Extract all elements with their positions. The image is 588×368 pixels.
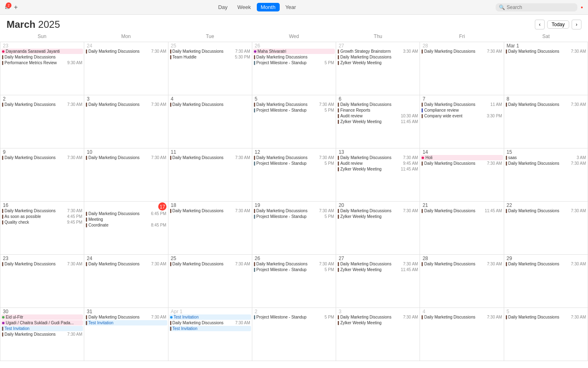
cal-cell-week3-day5[interactable]: 21Daily Marketing Discussions11:45 AM (420, 202, 504, 255)
event-4-3-1[interactable]: Project Milestone - Standup5 PM (253, 267, 335, 272)
event-1-5-1[interactable]: Compliance review (421, 108, 503, 113)
cal-cell-week4-day5[interactable]: 28Daily Marketing Discussions7:30 AM (420, 255, 504, 308)
event-0-4-1[interactable]: Daily Marketing Discussions (337, 54, 419, 60)
cal-cell-week5-day3[interactable]: 2Project Milestone - Standup5 PM (252, 308, 336, 361)
event-3-4-0[interactable]: Daily Marketing Discussions7:30 AM (337, 208, 419, 213)
cal-cell-week3-day6[interactable]: 22Daily Marketing Discussions7:30 AM (504, 202, 588, 255)
cal-cell-week2-day6[interactable]: 15saas3 AMDaily Marketing Discussions7:3… (504, 148, 588, 202)
cal-cell-week0-day5[interactable]: 28Daily Marketing Discussions7:30 AM (420, 42, 504, 95)
search-box[interactable]: 🔍 (496, 3, 577, 11)
event-1-2-0[interactable]: Daily Marketing Discussions (169, 102, 251, 107)
event-2-5-0[interactable]: Holi (421, 155, 503, 160)
event-1-3-0[interactable]: Daily Marketing Discussions7:30 AM (253, 102, 335, 107)
event-0-0-1[interactable]: Daily Marketing Discussions (1, 54, 83, 60)
event-5-0-3[interactable]: Daily Marketing Discussions7:30 AM (1, 332, 83, 337)
event-5-4-0[interactable]: Daily Marketing Discussions7:30 AM (337, 314, 419, 320)
event-0-0-2[interactable]: Performance Metrics Review9:30 AM (1, 60, 83, 65)
event-1-4-2[interactable]: Audit review10:30 AM (337, 113, 419, 119)
event-2-6-1[interactable]: Daily Marketing Discussions7:30 AM (505, 161, 587, 166)
event-2-2-0[interactable]: Daily Marketing Discussions7:30 AM (169, 155, 251, 160)
event-5-4-1[interactable]: Zylker Weekly Meeting (337, 320, 419, 325)
event-3-4-1[interactable]: Zylker Weekly Meeting (337, 214, 419, 219)
event-2-3-1[interactable]: Project Milestone - Standup5 PM (253, 161, 335, 166)
cal-cell-week0-day0[interactable]: 23Dayananda Saraswati JayantiDaily Marke… (0, 42, 84, 95)
event-3-0-0[interactable]: Daily Marketing Discussions7:30 AM (1, 208, 83, 213)
event-3-1-2[interactable]: Coordinate8:45 PM (85, 222, 167, 228)
event-3-2-0[interactable]: Daily Marketing Discussions7:30 AM (169, 208, 251, 213)
event-0-3-2[interactable]: Project Milestone - Standup5 PM (253, 60, 335, 65)
event-3-5-0[interactable]: Daily Marketing Discussions11:45 AM (421, 208, 503, 213)
event-4-0-0[interactable]: Daily Marketing Discussions7:30 AM (1, 261, 83, 267)
event-5-0-0[interactable]: Eid ul-Fitr (1, 314, 83, 320)
cal-cell-week1-day0[interactable]: 2Daily Marketing Discussions7:30 AM (0, 95, 84, 148)
cal-cell-week2-day3[interactable]: 12Daily Marketing Discussions7:30 AMProj… (252, 148, 336, 202)
cal-cell-week0-day4[interactable]: 27Growth Strategy Brainstorm3:30 AMDaily… (336, 42, 420, 95)
cal-cell-week2-day0[interactable]: 9Daily Marketing Discussions7:30 AM (0, 148, 84, 202)
event-2-5-1[interactable]: Daily Marketing Discussions7:30 AM (421, 161, 503, 166)
event-4-5-0[interactable]: Daily Marketing Discussions7:30 AM (421, 261, 503, 267)
event-5-2-2[interactable]: Test Invitation (169, 326, 251, 331)
add-button[interactable]: + (13, 3, 18, 12)
event-5-6-0[interactable]: Daily Marketing Discussions7:30 AM (505, 314, 587, 320)
event-0-4-0[interactable]: Growth Strategy Brainstorm3:30 AM (337, 49, 419, 54)
cal-cell-week0-day3[interactable]: 26Maha ShivaratriDaily Marketing Discuss… (252, 42, 336, 95)
cal-cell-week2-day4[interactable]: 13Daily Marketing Discussions7:30 AMAudi… (336, 148, 420, 202)
event-0-3-0[interactable]: Maha Shivaratri (253, 49, 335, 54)
prev-month-button[interactable]: ‹ (535, 20, 545, 29)
event-5-1-0[interactable]: Daily Marketing Discussions7:30 AM (85, 314, 167, 320)
event-1-3-1[interactable]: Project Milestone - Standup5 PM (253, 108, 335, 113)
event-5-2-0[interactable]: Test Invitation (169, 314, 251, 320)
cal-cell-week0-day1[interactable]: 24Daily Marketing Discussions7:30 AM (84, 42, 168, 95)
event-2-1-0[interactable]: Daily Marketing Discussions7:30 AM (85, 155, 167, 160)
event-4-1-0[interactable]: Daily Marketing Discussions7:30 AM (85, 261, 167, 267)
event-0-3-1[interactable]: Daily Marketing Discussions (253, 54, 335, 60)
event-1-4-0[interactable]: Daily Marketing Discussions (337, 102, 419, 107)
event-0-2-1[interactable]: Team Huddle5:30 PM (169, 54, 251, 60)
event-3-1-0[interactable]: Daily Marketing Discussions6:45 PM (85, 211, 167, 216)
event-4-3-0[interactable]: Daily Marketing Discussions7:30 AM (253, 261, 335, 267)
cal-cell-week4-day0[interactable]: 23Daily Marketing Discussions7:30 AM (0, 255, 84, 308)
event-5-0-2[interactable]: Test Invitation (1, 326, 83, 331)
cal-cell-week1-day4[interactable]: 6Daily Marketing DiscussionsFinance Repo… (336, 95, 420, 148)
cal-cell-week3-day1[interactable]: 17Daily Marketing Discussions6:45 PMMeet… (84, 202, 168, 255)
search-input[interactable] (507, 4, 572, 10)
event-2-0-0[interactable]: Daily Marketing Discussions7:30 AM (1, 155, 83, 160)
event-3-3-0[interactable]: Daily Marketing Discussions7:30 AM (253, 208, 335, 213)
cal-cell-week4-day3[interactable]: 26Daily Marketing Discussions7:30 AMProj… (252, 255, 336, 308)
event-0-1-0[interactable]: Daily Marketing Discussions7:30 AM (85, 49, 167, 54)
week-view-button[interactable]: Week (233, 3, 255, 11)
cal-cell-week0-day2[interactable]: 25Daily Marketing Discussions7:30 AMTeam… (168, 42, 252, 95)
cal-cell-week1-day6[interactable]: 8Daily Marketing Discussions7:30 AM (504, 95, 588, 148)
event-0-0-0[interactable]: Dayananda Saraswati Jayanti (1, 49, 83, 54)
event-2-4-0[interactable]: Daily Marketing Discussions7:30 AM (337, 155, 419, 160)
cal-cell-week1-day2[interactable]: 4Daily Marketing Discussions (168, 95, 252, 148)
cal-cell-week5-day4[interactable]: 3Daily Marketing Discussions7:30 AMZylke… (336, 308, 420, 361)
event-1-4-3[interactable]: Zylker Weekly Meeting11:45 AM (337, 119, 419, 124)
cal-cell-week2-day1[interactable]: 10Daily Marketing Discussions7:30 AM (84, 148, 168, 202)
event-3-1-1[interactable]: Meeting (85, 217, 167, 222)
cal-cell-week4-day1[interactable]: 24Daily Marketing Discussions7:30 AM (84, 255, 168, 308)
event-0-4-2[interactable]: Zylker Weekly Meeting (337, 60, 419, 65)
event-1-5-0[interactable]: Daily Marketing Discussions11 AM (421, 102, 503, 107)
cal-cell-week1-day3[interactable]: 5Daily Marketing Discussions7:30 AMProje… (252, 95, 336, 148)
cal-cell-week4-day4[interactable]: 27Daily Marketing Discussions7:30 AMZylk… (336, 255, 420, 308)
event-4-4-0[interactable]: Daily Marketing Discussions7:30 AM (337, 261, 419, 267)
year-view-button[interactable]: Year (281, 3, 300, 11)
cal-cell-week5-day6[interactable]: 5Daily Marketing Discussions7:30 AM (504, 308, 588, 361)
event-0-6-0[interactable]: Daily Marketing Discussions7:30 AM (505, 49, 587, 54)
cal-cell-week3-day3[interactable]: 19Daily Marketing Discussions7:30 AMProj… (252, 202, 336, 255)
event-1-4-1[interactable]: Finance Reports (337, 108, 419, 113)
event-5-5-0[interactable]: Daily Marketing Discussions7:30 AM (421, 314, 503, 320)
event-1-0-0[interactable]: Daily Marketing Discussions7:30 AM (1, 102, 83, 107)
event-5-2-1[interactable]: Daily Marketing Discussions7:30 AM (169, 320, 251, 325)
event-3-0-2[interactable]: Quality check9:45 PM (1, 220, 83, 225)
cal-cell-week0-day6[interactable]: Mar 1Daily Marketing Discussions7:30 AM (504, 42, 588, 95)
cal-cell-week5-day5[interactable]: 4Daily Marketing Discussions7:30 AM (420, 308, 504, 361)
cal-cell-week1-day5[interactable]: 7Daily Marketing Discussions11 AMComplia… (420, 95, 504, 148)
event-2-3-0[interactable]: Daily Marketing Discussions7:30 AM (253, 155, 335, 160)
cal-cell-week1-day1[interactable]: 3Daily Marketing Discussions7:30 AM (84, 95, 168, 148)
next-month-button[interactable]: › (572, 20, 581, 29)
event-1-1-0[interactable]: Daily Marketing Discussions7:30 AM (85, 102, 167, 107)
event-5-0-1[interactable]: Ugadi / Chaitra Sukladi / Gudi Pada... (1, 320, 83, 325)
cal-cell-week3-day4[interactable]: 20Daily Marketing Discussions7:30 AMZylk… (336, 202, 420, 255)
